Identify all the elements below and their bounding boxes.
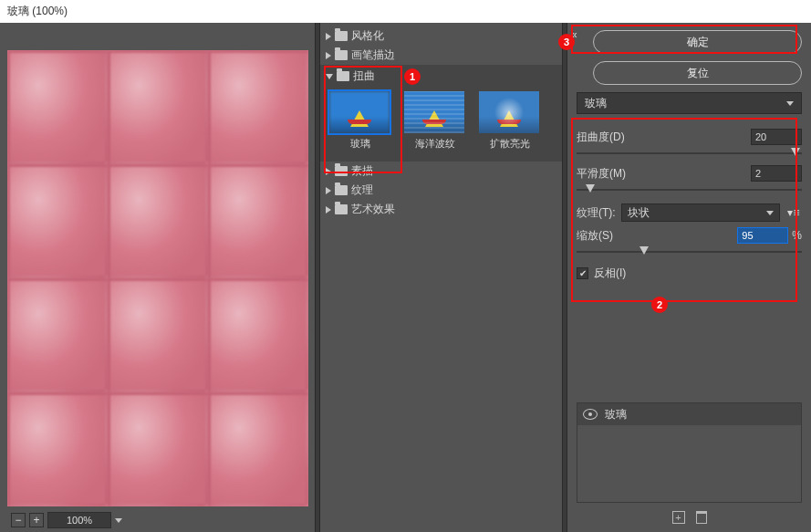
thumb-label: 玻璃: [328, 137, 393, 151]
layer-row[interactable]: 玻璃: [577, 403, 801, 425]
layer-name: 玻璃: [605, 407, 627, 422]
checkbox-icon: ✔: [577, 267, 588, 279]
folder-icon: [337, 71, 349, 81]
thumb-glass[interactable]: 玻璃: [328, 89, 393, 151]
preview-image: [7, 50, 308, 506]
filter-select[interactable]: 玻璃: [577, 92, 802, 114]
expand-icon: [326, 168, 331, 175]
tree-label: 风格化: [351, 28, 384, 44]
zoom-dropdown-icon[interactable]: [115, 518, 122, 523]
tree-artistic[interactable]: 艺术效果: [320, 200, 562, 219]
tree-distort[interactable]: 扭曲: [326, 67, 556, 86]
zoom-in-button[interactable]: +: [29, 513, 44, 527]
distortion-label: 扭曲度(D): [577, 130, 625, 145]
invert-checkbox[interactable]: ✔ 反相(I): [577, 266, 802, 281]
tree-texture[interactable]: 纹理: [320, 181, 562, 200]
thumb-label: 扩散亮光: [477, 137, 543, 151]
distortion-slider[interactable]: [577, 147, 802, 158]
settings-pane: « 确定 复位 玻璃 扭曲度(D) 平滑度(M) 纹理(T): 块状: [567, 23, 811, 532]
tree-label: 扭曲: [353, 68, 375, 84]
chevron-down-icon: [766, 211, 774, 215]
window-title: 玻璃 (100%): [0, 0, 811, 23]
tree-label: 艺术效果: [351, 202, 395, 217]
folder-icon: [335, 204, 348, 214]
expand-icon: [326, 187, 331, 194]
invert-label: 反相(I): [594, 266, 626, 281]
chevron-down-icon: [786, 101, 794, 106]
folder-icon: [335, 31, 348, 41]
tree-label: 纹理: [351, 183, 373, 198]
texture-value: 块状: [628, 205, 650, 221]
texture-menu-icon[interactable]: ▾≡: [785, 206, 802, 219]
tree-label: 素描: [351, 163, 373, 179]
params-group: 扭曲度(D) 平滑度(M) 纹理(T): 块状 ▾≡ 缩放(S): [577, 123, 802, 281]
new-layer-button[interactable]: [672, 511, 685, 524]
scale-unit: %: [792, 229, 802, 242]
texture-select[interactable]: 块状: [621, 203, 780, 222]
filter-select-value: 玻璃: [585, 96, 607, 111]
effect-layers: 玻璃: [577, 402, 802, 503]
delete-layer-button[interactable]: [696, 511, 707, 524]
smooth-label: 平滑度(M): [577, 166, 626, 182]
tree-stylize[interactable]: 风格化: [320, 26, 562, 46]
preview-pane: − + 100%: [0, 23, 315, 532]
panel-toggle-icon[interactable]: «: [571, 28, 582, 39]
preview-canvas[interactable]: [7, 30, 313, 506]
folder-icon: [335, 166, 348, 176]
scale-slider[interactable]: [577, 245, 802, 256]
ok-button[interactable]: 确定: [593, 30, 802, 54]
expand-icon: [326, 33, 331, 40]
zoom-value[interactable]: 100%: [47, 512, 111, 528]
smooth-slider[interactable]: [577, 183, 802, 194]
texture-label: 纹理(T):: [577, 205, 616, 221]
tree-brush[interactable]: 画笔描边: [320, 46, 562, 65]
scale-label: 缩放(S): [577, 228, 613, 244]
folder-icon: [335, 50, 348, 60]
filter-tree: 风格化 画笔描边 扭曲 玻璃 海洋波纹: [320, 23, 562, 532]
thumb-ocean[interactable]: 海洋波纹: [402, 89, 468, 151]
expand-icon: [326, 52, 331, 59]
reset-button[interactable]: 复位: [593, 61, 802, 85]
scale-input[interactable]: [737, 227, 788, 244]
visibility-icon[interactable]: [583, 409, 598, 420]
zoom-out-button[interactable]: −: [11, 513, 26, 527]
collapse-icon: [326, 74, 333, 79]
tree-distort-group: 扭曲 玻璃 海洋波纹 扩散亮光: [320, 65, 562, 162]
thumb-diffuse[interactable]: 扩散亮光: [477, 89, 543, 151]
distortion-input[interactable]: [751, 129, 802, 145]
tree-sketch[interactable]: 素描: [320, 162, 562, 181]
thumb-label: 海洋波纹: [402, 137, 468, 151]
expand-icon: [326, 206, 331, 214]
folder-icon: [335, 185, 348, 195]
tree-label: 画笔描边: [351, 47, 395, 63]
smooth-input[interactable]: [751, 165, 802, 182]
